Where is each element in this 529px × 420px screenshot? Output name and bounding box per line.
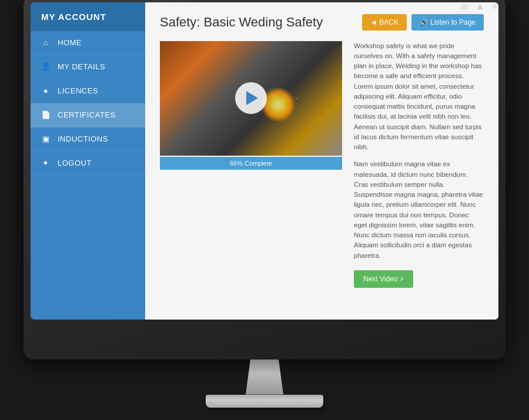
content-area: 66% Complete Workshop safety is what we … [160, 41, 484, 288]
play-icon [246, 91, 258, 105]
monitor: ✉ ▲ ≡ MY ACCOUNT ⌂ HOME 👤 MY DET [24, 0, 505, 359]
grid-icon: ▣ [41, 135, 51, 144]
sidebar-item-my-details[interactable]: 👤 MY DETAILS [31, 55, 145, 79]
sidebar-item-licences[interactable]: ● LICENCES [31, 79, 145, 103]
user-icon: 👤 [41, 62, 51, 72]
play-button[interactable] [235, 82, 267, 114]
sidebar-item-home[interactable]: ⌂ HOME [31, 31, 145, 55]
sidebar-item-label: LOGOUT [58, 159, 92, 167]
sidebar-item-label: HOME [58, 38, 82, 47]
progress-label: 66% Complete [230, 160, 272, 167]
monitor-stand-base [206, 395, 323, 408]
circle-icon: ● [41, 86, 51, 96]
text-section: Workshop safety is what we pride ourselv… [354, 41, 484, 288]
video-player[interactable] [160, 41, 342, 156]
sidebar-item-label: INDUCTIONS [58, 135, 108, 143]
sidebar-item-label: LICENCES [58, 86, 98, 95]
document-icon: 📄 [41, 110, 51, 120]
paragraph-1: Workshop safety is what we pride ourselv… [354, 41, 484, 153]
app-container: MY ACCOUNT ⌂ HOME 👤 MY DETAILS ● LIC [31, 2, 498, 320]
mail-icon[interactable]: ✉ [461, 1, 468, 12]
paragraph-2: Nam vestibulum magna vitae ex malesuada,… [354, 159, 484, 261]
page-title: Safety: Basic Weding Safety [160, 15, 323, 30]
top-bar: ✉ ▲ ≡ [453, 0, 505, 18]
sidebar-item-label: MY DETAILS [58, 62, 105, 71]
menu-icon[interactable]: ≡ [492, 1, 497, 12]
sidebar-item-certificates[interactable]: 📄 CERTIFICATES [31, 103, 145, 127]
logout-icon: ✦ [41, 159, 51, 168]
progress-bar-container: 66% Complete [160, 157, 342, 170]
next-video-button[interactable]: Next Video > [354, 270, 413, 288]
monitor-stand-neck [241, 359, 288, 395]
home-icon: ⌂ [41, 38, 51, 48]
sidebar-header: MY ACCOUNT [31, 2, 145, 31]
back-button[interactable]: ◄ BACK [362, 14, 407, 31]
alert-icon[interactable]: ▲ [476, 1, 485, 12]
main-content: Safety: Basic Weding Safety ◄ BACK 🔊 Lis… [145, 2, 498, 320]
video-section: 66% Complete [160, 41, 342, 288]
sidebar: MY ACCOUNT ⌂ HOME 👤 MY DETAILS ● LIC [31, 2, 145, 320]
sidebar-item-inductions[interactable]: ▣ INDUCTIONS [31, 127, 145, 152]
screen: MY ACCOUNT ⌂ HOME 👤 MY DETAILS ● LIC [31, 2, 498, 320]
sidebar-item-logout[interactable]: ✦ LOGOUT [31, 152, 145, 176]
page-header: Safety: Basic Weding Safety ◄ BACK 🔊 Lis… [160, 14, 484, 31]
sidebar-nav: ⌂ HOME 👤 MY DETAILS ● LICENCES 📄 [31, 31, 145, 320]
sidebar-item-label: CERTIFICATES [58, 110, 116, 119]
